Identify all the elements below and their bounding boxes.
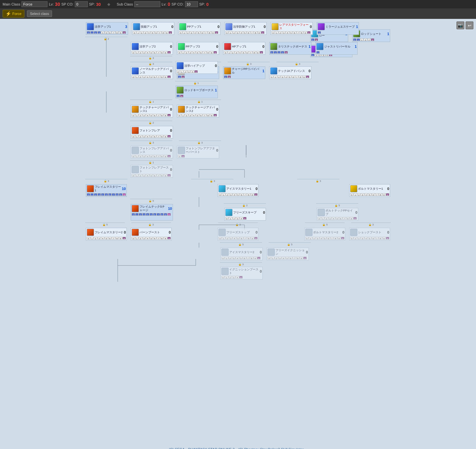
skill-bar: 0 1 2 3 4 5 6 7 8 9 M	[317, 217, 358, 220]
skill-photon-flare-adv[interactable]: フォトンフレアアドバンス 0 0 1 2 3 4 5 6 7 8 9 M	[131, 146, 173, 158]
skill-icon	[316, 43, 324, 50]
skill-points: 10	[168, 207, 172, 211]
skill-name: テックチャージアドバンス2	[186, 106, 216, 113]
skill-mirage-escape[interactable]: ミラージュエスケープ 1 1	[317, 22, 359, 35]
skill-icon	[178, 106, 185, 113]
skill-icon	[132, 127, 139, 134]
skill-points: 0	[216, 107, 218, 111]
skill-points: 0	[355, 211, 357, 214]
skill-name: アイスマスタリー1	[226, 187, 255, 191]
skill-bar: 0 1 2 3 4 5 6 7 8 9 M	[131, 237, 171, 240]
skill-bolt-mastery1[interactable]: ボルトマスタリー1 0 0 1 2 3 4 5 6 7 8 9 M	[349, 184, 390, 197]
skill-tec-charge-adv2[interactable]: テックチャージアドバンス2 0 0 1 2 3 4 5 6 7 8 9 M	[177, 105, 219, 117]
skill-taris-teck-bonus[interactable]: タリステックボーナス 1 0 1 2 3 M	[269, 42, 311, 55]
skill-houjutsu-up1[interactable]: 法学アップ1 3 0 1 2 3 4 5 6 7 8 9 M	[86, 22, 128, 35]
skill-bolt-mastery2[interactable]: ボルトマスタリー2 0 0 1 2 3 4 5 6 7 8 9 M	[304, 228, 345, 240]
skill-name: フレイムマスタリー1	[95, 185, 121, 192]
skill-icon	[270, 43, 277, 50]
skill-name: フォトンフレアアフターバースト	[186, 147, 216, 154]
skill-name: フリーズイクニッション	[275, 249, 305, 256]
skill-icon	[179, 23, 186, 30]
skill-ignition-boost[interactable]: イグニッションブースト 0 0 1 2 3 4 M	[220, 267, 263, 279]
skill-rod-keep-bonus[interactable]: ロッドキープボーナス 1 0 M	[176, 86, 218, 98]
skill-bolt-pp-save[interactable]: ボルトテックPPセイブ 0 0 1 2 3 4 5 6 7 8 9	[317, 208, 358, 221]
skill-pp-up1[interactable]: PPアップ1 0 0 1 2 3 4 5 6 7 8 9 M	[178, 22, 220, 35]
back-icon[interactable]: ↩	[466, 21, 473, 29]
main-class-input[interactable]	[21, 1, 47, 7]
skill-points: 1	[309, 45, 311, 48]
skill-photon-flare-after[interactable]: フォトンフレアアフターバースト 0 0 M	[177, 146, 219, 158]
skill-icon	[132, 106, 139, 113]
skill-name: フォトンフレアアドバンス	[139, 147, 169, 154]
skill-shock-boost[interactable]: ショックブースト 0 0 1 2 3 4 5 6 7 8 9 M	[349, 228, 390, 240]
skill-points: 0	[263, 211, 265, 214]
skill-points: 0	[260, 269, 262, 273]
skill-bar: 0 M	[177, 155, 219, 158]
skill-houjutsu-def-up1[interactable]: 法学防御アップ1 0 0 1 2 3 4 5 6 7 8 9 M	[224, 22, 267, 35]
skill-points: 1	[356, 25, 358, 29]
skill-freeze-skip[interactable]: フリーズスキープ 0 0 1 2 3 4 M	[224, 208, 266, 221]
main-class-section: Main Class Lv: 30 SP CO: SP: 30	[3, 1, 101, 7]
skill-houjutsu-up2[interactable]: 法学アップ2 0 0 1 2 3 4 5 6 7 8 9 M	[131, 42, 173, 55]
skill-ginou-up1[interactable]: 技能アップ1 0 0 1 2 3 4 5 6 7 8 9 M	[132, 22, 174, 35]
skill-bar: 0 M	[223, 75, 265, 79]
skill-flame-mastery2[interactable]: フレイムマスタリー2 0 0 1 2 3 4 5 6 7 8 9 M	[86, 228, 127, 240]
camera-icon[interactable]: 📷	[456, 21, 464, 29]
skill-flame-mastery1[interactable]: フレイムマスタリー1 10 0 1 2 3 4 5 6 7 8 9 M	[86, 184, 127, 197]
skill-icon	[87, 185, 94, 192]
skill-bar: 0 1 2 3 4 5 6 7 8 9 M	[178, 31, 220, 34]
skill-bar: 0 1 2 3 4 5 6 7 8 9 M	[131, 213, 173, 216]
skill-bar: 0 1 2 3 4 5 6 7 8 9 M	[218, 193, 258, 197]
skill-icon	[132, 67, 139, 75]
skill-bar: 0 M	[177, 75, 219, 79]
skill-bar: 0 1 2 3 4 5 6 7 8 9 M	[271, 31, 312, 34]
skill-points: 0	[170, 45, 172, 48]
sub-sp-co-input[interactable]	[185, 1, 198, 7]
skill-freeze-stop[interactable]: フリーズストップ 0 0 1 2 3 4 5 6 7 8 9 M	[218, 228, 258, 240]
skill-name: フリーズスキープ	[233, 211, 262, 214]
skill-freeze-ignition[interactable]: フリーズイクニッション 0 0 1 2 3 4 5 6 7 8 9 M	[267, 248, 309, 260]
skill-bar: 0 1 2 3 4 5 6 7 8 9 M	[350, 193, 390, 197]
skill-rare-mastery[interactable]: レアマスタリーフォース 0 0 1 2 3 4 5 6 7 8 9 M	[271, 22, 313, 35]
skill-points: 1	[215, 88, 217, 92]
sp-value: 30	[96, 2, 101, 7]
skill-points: 0	[170, 107, 172, 111]
main-content: 📷 ↩	[0, 19, 476, 442]
sub-class-input[interactable]	[134, 1, 160, 7]
skill-icon	[318, 209, 325, 216]
skill-hp-up1[interactable]: HPアップ1 0 0 1 2 3 4 5 6 7 8 9 M	[223, 42, 265, 55]
skill-flame-tec-scharge[interactable]: フレイムテックSチャージ 10 0 1 2 3 4 5 6 7 8 9 M	[131, 204, 173, 221]
lv-label: Lv:	[49, 2, 54, 6]
skill-name: ショックブースト	[358, 231, 387, 234]
sp-co-input[interactable]	[75, 1, 88, 7]
skill-ice-mastery2[interactable]: アイスマスタリー2 0 0 1 2 3 4 5 6 7 8 9 M	[220, 248, 263, 260]
top-bar: Main Class Lv: 30 SP CO: SP: 30 ◆ Sub Cl…	[0, 0, 476, 8]
skill-photon-flare[interactable]: フォトンフレア 0 0 1 2 3 4 5 6 7 8 9 M	[131, 126, 173, 139]
skill-points: 0	[124, 230, 126, 234]
skill-points: 0	[342, 230, 344, 234]
skill-ice-mastery1[interactable]: アイスマスタリー1 0 0 1 2 3 4 5 6 7 8 9 M	[218, 184, 258, 197]
skill-just-reversal[interactable]: ジャストリバーサル 1 1	[315, 42, 358, 55]
skill-pp-up2[interactable]: PPアップ2 0 0 1 2 3 4 5 6 7 8 9 M	[177, 42, 219, 55]
skill-points: 10	[122, 187, 126, 191]
skill-bar: 0 1 2 3 4 5 6 7 8 9 M	[132, 31, 174, 34]
skill-bar: 0 1 2 3 4 5 6 7 8 9 M	[131, 51, 173, 54]
force-button[interactable]: ⚡ Force	[3, 10, 24, 18]
skill-tec-charge-adv1[interactable]: テックチャージアドバンス1 0 0 1 2 3 4 5 6 7 8 9 M	[131, 105, 173, 117]
skill-burn-boost[interactable]: バーンブースト 0 0 1 2 3 4 5 6 7 8 9 M	[131, 228, 172, 240]
skill-icon	[178, 147, 185, 154]
skill-name: PPアップ2	[186, 45, 216, 48]
skill-bar: 0 1 2 3 4 5 6 7 8 9 M	[223, 51, 265, 54]
select-class-button[interactable]: Select class	[27, 10, 52, 17]
skill-points: 0	[170, 69, 172, 73]
skill-name: フォトンフレアブースト	[139, 166, 169, 173]
skill-photon-flare-boost[interactable]: フォトンフレアブースト 0 0 1 2 3 4 5 6 7 8 9 M	[131, 165, 173, 178]
skill-name: ノーマルテックアドバンス	[139, 67, 169, 75]
skill-bar: 1	[316, 51, 357, 54]
skill-normal-tec-adv[interactable]: ノーマルテックアドバンス 0 0 1 2 3 4 5 6 7 8 9 M	[131, 66, 173, 79]
skill-houjutsu-high[interactable]: 法学ハイアップ 0 0 1 2 3 4 M	[176, 61, 218, 74]
skill-name: 法学ハイアップ	[184, 64, 214, 68]
skill-name: アイスマスタリー2	[229, 251, 259, 254]
skill-icon	[132, 43, 139, 50]
skill-bar: 1	[317, 31, 359, 34]
